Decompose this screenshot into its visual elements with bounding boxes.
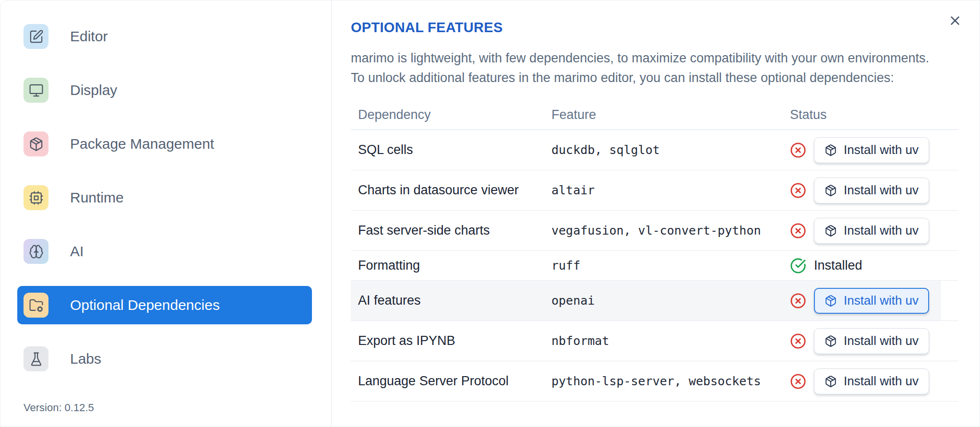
installed-label: Installed xyxy=(814,258,862,273)
close-button[interactable] xyxy=(947,13,963,29)
status-cell: Installed xyxy=(783,258,958,274)
status-cell: Install with uv xyxy=(783,137,958,163)
table-row-language-server-protocol: Language Server Protocol python-lsp-serv… xyxy=(351,361,958,402)
sidebar-item-display[interactable]: Display xyxy=(17,71,312,109)
dependency-cell: SQL cells xyxy=(351,142,544,157)
sidebar-item-label: Package Management xyxy=(70,136,214,152)
feature-cell: ruff xyxy=(544,259,783,273)
status-cell: Install with uv xyxy=(783,328,958,354)
feature-cell: altair xyxy=(544,183,783,197)
install-button-label: Install with uv xyxy=(844,223,919,238)
install-with-uv-button[interactable]: Install with uv xyxy=(814,137,929,163)
install-button-label: Install with uv xyxy=(844,183,919,198)
feature-cell: nbformat xyxy=(544,334,783,348)
dependency-cell: Export as IPYNB xyxy=(351,333,544,348)
sidebar-item-label: Display xyxy=(70,82,117,98)
table-row-sql-cells: SQL cells duckdb, sqlglot Install with u… xyxy=(351,130,958,170)
status-cell: Install with uv xyxy=(783,288,958,314)
description-line: To unlock additional features in the mar… xyxy=(351,68,958,88)
circle-x-icon xyxy=(790,182,806,199)
install-with-uv-button[interactable]: Install with uv xyxy=(814,178,929,203)
circle-x-icon xyxy=(790,142,806,158)
table-row-fast-server-side-charts: Fast server-side charts vegafusion, vl-c… xyxy=(351,211,958,251)
circle-check-icon xyxy=(790,258,806,274)
page-title: OPTIONAL FEATURES xyxy=(351,19,958,36)
dependency-cell: Fast server-side charts xyxy=(351,223,544,238)
package-icon xyxy=(24,131,48,156)
sidebar-item-label: Editor xyxy=(70,28,108,45)
dependency-cell: Formatting xyxy=(351,258,544,273)
package-icon xyxy=(825,295,837,307)
package-icon xyxy=(825,225,837,237)
sidebar-item-package-management[interactable]: Package Management xyxy=(17,125,312,163)
circle-x-icon xyxy=(790,223,806,239)
table-row-export-as-ipynb: Export as IPYNB nbformat Install with uv xyxy=(351,321,958,361)
feature-cell: python-lsp-server, websockets xyxy=(544,374,783,388)
circle-x-icon xyxy=(790,373,806,390)
table-row-charts-in-datasource-viewer: Charts in datasource viewer altair Insta… xyxy=(351,170,958,211)
feature-cell: vegafusion, vl-convert-python xyxy=(544,224,783,237)
optional-features-panel: OPTIONAL FEATURES marimo is lightweight,… xyxy=(332,0,980,427)
sidebar-item-labs[interactable]: Labs xyxy=(17,340,312,378)
column-header-dependency: Dependency xyxy=(351,107,544,122)
sidebar-item-label: Labs xyxy=(70,351,101,367)
sidebar-item-runtime[interactable]: Runtime xyxy=(17,178,312,217)
settings-dialog: Editor Display Package Management Runtim… xyxy=(0,0,980,427)
sidebar-item-label: Runtime xyxy=(70,190,124,206)
install-button-label: Install with uv xyxy=(844,293,919,308)
folder-cog-icon xyxy=(24,293,48,318)
panel-description: marimo is lightweight, with few dependen… xyxy=(351,48,958,88)
package-icon xyxy=(825,335,837,347)
description-line: marimo is lightweight, with few dependen… xyxy=(351,48,958,68)
sidebar-item-editor[interactable]: Editor xyxy=(17,17,312,56)
table-row-formatting: Formatting ruff Installed xyxy=(351,251,958,281)
monitor-icon xyxy=(24,78,48,103)
dependency-cell: Language Server Protocol xyxy=(351,374,544,389)
x-icon xyxy=(948,13,962,29)
flask-icon xyxy=(24,346,48,371)
sidebar-item-list: Editor Display Package Management Runtim… xyxy=(17,17,312,378)
package-icon xyxy=(825,144,837,156)
column-header-feature: Feature xyxy=(544,107,783,122)
package-icon xyxy=(825,375,837,388)
dependency-cell: AI features xyxy=(351,293,544,308)
sidebar-item-label: AI xyxy=(70,243,84,260)
feature-cell: duckdb, sqlglot xyxy=(544,143,783,157)
sidebar-item-ai[interactable]: AI xyxy=(17,232,312,271)
feature-cell: openai xyxy=(544,294,783,308)
sidebar-item-label: Optional Dependencies xyxy=(70,297,220,313)
sidebar-item-optional-dependencies[interactable]: Optional Dependencies xyxy=(17,286,312,324)
table-body: SQL cells duckdb, sqlglot Install with u… xyxy=(351,130,958,402)
circle-x-icon xyxy=(790,293,806,309)
table-row-ai-features: AI features openai Install with uv xyxy=(351,281,958,321)
circle-x-icon xyxy=(790,333,806,349)
square-pen-icon xyxy=(24,24,48,49)
status-cell: Install with uv xyxy=(783,178,958,203)
install-button-label: Install with uv xyxy=(844,142,919,157)
install-with-uv-button[interactable]: Install with uv xyxy=(814,288,929,314)
cpu-icon xyxy=(24,185,48,210)
package-icon xyxy=(825,184,837,197)
dependencies-table: Dependency Feature Status SQL cells duck… xyxy=(351,100,958,402)
install-with-uv-button[interactable]: Install with uv xyxy=(814,218,929,244)
dependency-cell: Charts in datasource viewer xyxy=(351,183,544,198)
version-label: Version: 0.12.5 xyxy=(24,402,94,414)
status-cell: Install with uv xyxy=(783,368,958,394)
status-cell: Install with uv xyxy=(783,218,958,244)
install-with-uv-button[interactable]: Install with uv xyxy=(814,328,929,354)
install-button-label: Install with uv xyxy=(844,374,919,389)
table-header: Dependency Feature Status xyxy=(351,100,958,130)
install-button-label: Install with uv xyxy=(844,333,919,348)
settings-sidebar: Editor Display Package Management Runtim… xyxy=(0,0,332,427)
brain-icon xyxy=(24,239,48,264)
install-with-uv-button[interactable]: Install with uv xyxy=(814,368,929,394)
column-header-status: Status xyxy=(783,107,958,122)
